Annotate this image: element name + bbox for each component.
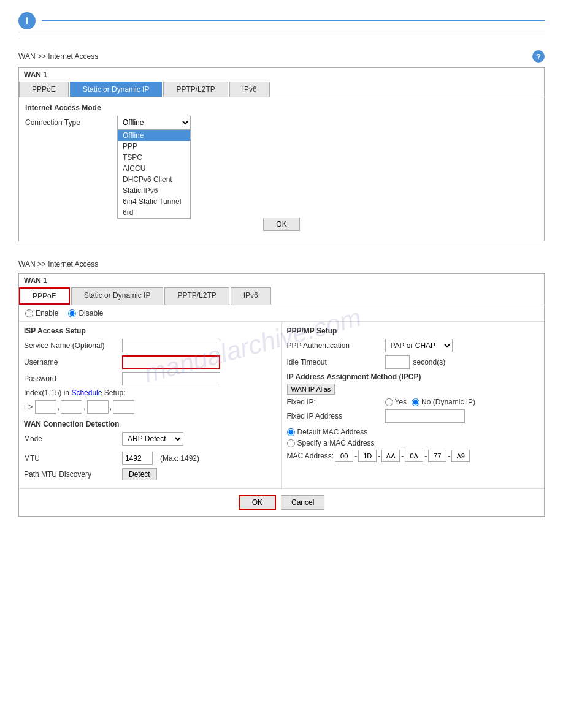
index-label: Index(1-15) in <box>24 389 69 397</box>
password-input[interactable] <box>122 372 220 385</box>
fixed-ip-yes-label: Yes <box>395 398 407 406</box>
schedule-row: => , , , <box>24 400 277 414</box>
wan1-bottom-panel: WAN 1 PPPoE Static or Dynamic IP PPTP/L2… <box>18 273 545 517</box>
mac-part-5[interactable] <box>428 450 446 462</box>
fixed-ip-address-row: Fixed IP Address <box>287 409 540 423</box>
schedule-input-4[interactable] <box>113 400 134 414</box>
service-name-label: Service Name (Optional) <box>24 341 122 350</box>
idle-timeout-row: Idle Timeout second(s) <box>287 355 540 369</box>
schedule-input-3[interactable] <box>87 400 109 414</box>
password-row: Password <box>24 372 277 385</box>
dropdown-item-6in4[interactable]: 6in4 Static Tunnel <box>118 196 190 207</box>
mac-part-2[interactable] <box>358 450 377 462</box>
disable-radio[interactable] <box>68 309 76 317</box>
ppp-auth-label: PPP Authentication <box>287 341 385 350</box>
idle-timeout-label: Idle Timeout <box>287 358 385 366</box>
enable-radio[interactable] <box>25 309 33 317</box>
ppp-auth-select[interactable]: PAP or CHAP <box>385 339 453 352</box>
mac-address-row: MAC Address: - - - - - <box>287 450 540 462</box>
dropdown-item-tspc[interactable]: TSPC <box>118 152 190 163</box>
fixed-ip-yes-option[interactable]: Yes <box>385 398 407 406</box>
mac-part-4[interactable] <box>405 450 423 462</box>
mtu-max-label: (Max: 1492) <box>160 454 199 463</box>
isp-access-setup-heading: ISP Access Setup <box>24 327 277 335</box>
mac-sep-4: - <box>424 452 427 460</box>
connection-type-select[interactable]: Offline <box>117 116 191 129</box>
mac-sep-1: - <box>354 452 357 460</box>
schedule-link[interactable]: Schedule <box>71 389 102 397</box>
fixed-ip-no-radio[interactable] <box>412 398 419 406</box>
tab-pptp-l2tp-2[interactable]: PPTP/L2TP <box>164 287 229 305</box>
tab-pppoe-2[interactable]: PPPoE <box>19 287 70 305</box>
wan-header-1-title: WAN >> Internet Access <box>18 52 98 61</box>
wan-connection-detection-section: WAN Connection Detection Mode ARP Detect <box>24 420 277 446</box>
tab-pptp-l2tp-1[interactable]: PPTP/L2TP <box>163 82 228 97</box>
fixed-ip-yes-radio[interactable] <box>385 398 393 406</box>
detect-button[interactable]: Detect <box>122 468 157 480</box>
tab-static-dynamic-2[interactable]: Static or Dynamic IP <box>71 287 164 305</box>
setup-label: Setup: <box>104 389 126 397</box>
internet-access-mode-label: Internet Access Mode <box>25 104 538 112</box>
wan1-bottom-tabs: PPPoE Static or Dynamic IP PPTP/L2TP IPv… <box>19 287 544 305</box>
ok-button-2[interactable]: OK <box>239 495 276 510</box>
tab-pppoe-1[interactable]: PPPoE <box>19 82 69 97</box>
ppp-mp-setup-heading: PPP/MP Setup <box>287 327 540 335</box>
specify-mac-label: Specify a MAC Address <box>297 439 375 447</box>
arrow-label: => <box>24 403 33 411</box>
info-line <box>42 20 545 21</box>
mac-sep-3: - <box>401 452 404 460</box>
service-name-input[interactable] <box>122 339 220 352</box>
divider-1 <box>18 39 545 39</box>
dropdown-item-aiccu[interactable]: AICCU <box>118 163 190 174</box>
schedule-input-1[interactable] <box>35 400 56 414</box>
mac-part-1[interactable] <box>335 450 353 462</box>
mac-part-6[interactable] <box>451 450 470 462</box>
fixed-ip-address-input[interactable] <box>385 409 465 423</box>
mtu-value-row: (Max: 1492) <box>122 452 199 465</box>
fixed-ip-no-option[interactable]: No (Dynamic IP) <box>412 398 475 406</box>
dropdown-item-6rd[interactable]: 6rd <box>118 207 190 218</box>
mtu-input[interactable] <box>122 452 153 465</box>
ok-button-1[interactable]: OK <box>263 218 299 231</box>
wan-ip-alias-button[interactable]: WAN IP Alias <box>287 384 335 395</box>
dropdown-item-ppp[interactable]: PPP <box>118 141 190 152</box>
default-mac-radio[interactable] <box>287 428 295 436</box>
enable-label: Enable <box>36 309 58 317</box>
enable-option[interactable]: Enable <box>25 309 58 317</box>
specify-mac-radio[interactable] <box>287 439 295 447</box>
wan-ip-alias-row: WAN IP Alias <box>287 384 540 395</box>
mac-sep-5: - <box>448 452 450 460</box>
cancel-button[interactable]: Cancel <box>281 495 324 510</box>
path-mtu-row: Path MTU Discovery Detect <box>24 468 277 480</box>
default-mac-row: Default MAC Address <box>287 428 540 436</box>
disable-option[interactable]: Disable <box>68 309 103 317</box>
default-mac-label: Default MAC Address <box>297 428 368 436</box>
disable-label: Disable <box>79 309 103 317</box>
username-input[interactable] <box>122 355 220 369</box>
mode-select[interactable]: ARP Detect <box>122 432 183 446</box>
connection-type-dropdown-list[interactable]: Offline PPP TSPC AICCU DHCPv6 Client Sta… <box>117 129 191 219</box>
connection-type-dropdown-container[interactable]: Offline Offline PPP TSPC AICCU DHCPv6 Cl… <box>117 116 191 129</box>
mac-part-3[interactable] <box>381 450 400 462</box>
two-col-layout: ISP Access Setup Service Name (Optional)… <box>19 322 544 488</box>
tab-ipv6-2[interactable]: IPv6 <box>231 287 271 305</box>
wan-connection-detection-heading: WAN Connection Detection <box>24 420 277 428</box>
help-icon-1[interactable]: ? <box>532 50 545 63</box>
connection-type-label: Connection Type <box>25 118 117 127</box>
wan1-top-title: WAN 1 <box>19 68 544 82</box>
schedule-input-2[interactable] <box>61 400 82 414</box>
ip-assignment-heading: IP Address Assignment Method (IPCP) <box>287 373 540 381</box>
info-icon: i <box>18 12 36 29</box>
idle-timeout-input[interactable] <box>385 355 410 369</box>
fixed-ip-label: Fixed IP: <box>287 398 385 406</box>
index-row: Index(1-15) in Schedule Setup: <box>24 389 277 397</box>
dropdown-item-dhcpv6[interactable]: DHCPv6 Client <box>118 174 190 185</box>
wan-header-2-title: WAN >> Internet Access <box>18 260 98 268</box>
right-col: PPP/MP Setup PPP Authentication PAP or C… <box>282 322 545 488</box>
dropdown-item-staticipv6[interactable]: Static IPv6 <box>118 185 190 196</box>
tab-ipv6-1[interactable]: IPv6 <box>229 82 270 97</box>
mac-address-label: MAC Address: <box>287 452 334 460</box>
mtu-row: MTU (Max: 1492) <box>24 452 277 465</box>
dropdown-item-offline[interactable]: Offline <box>118 130 190 141</box>
tab-static-dynamic-1[interactable]: Static or Dynamic IP <box>70 82 163 97</box>
